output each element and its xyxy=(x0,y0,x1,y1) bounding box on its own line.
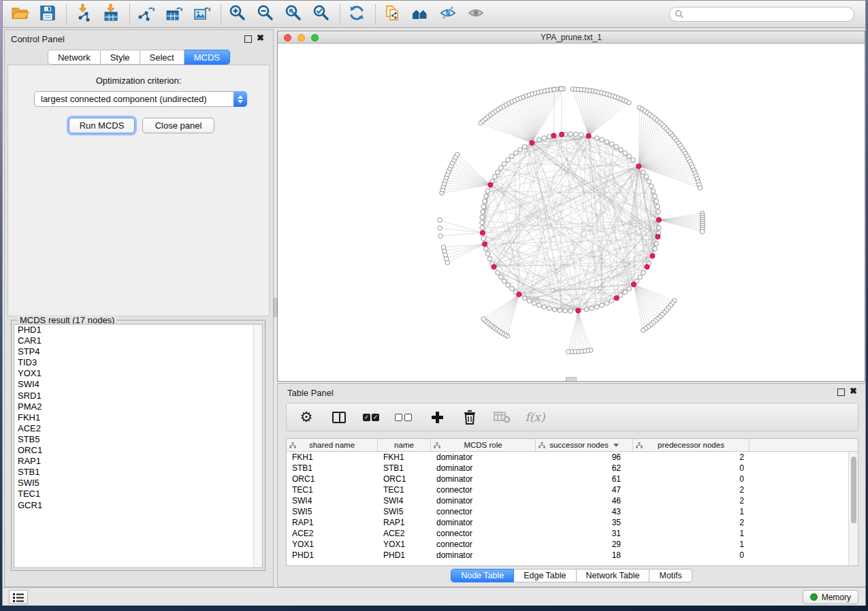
network-node[interactable] xyxy=(480,220,485,225)
export-table-button[interactable] xyxy=(164,4,184,24)
mcds-result-item[interactable]: GCR1 xyxy=(14,500,262,511)
network-node[interactable] xyxy=(700,229,705,234)
network-node[interactable] xyxy=(502,279,507,284)
network-node[interactable] xyxy=(552,87,557,92)
table-row[interactable]: TEC1TEC1connector472 xyxy=(287,484,858,495)
network-hub-node[interactable] xyxy=(551,133,556,138)
network-node[interactable] xyxy=(623,150,628,155)
network-hub-node[interactable] xyxy=(560,132,564,137)
mcds-result-item[interactable]: PMA2 xyxy=(14,401,262,412)
network-hub-node[interactable] xyxy=(480,231,485,235)
network-node[interactable] xyxy=(496,271,500,276)
table-row[interactable]: SWI4SWI4dominator462 xyxy=(287,495,858,506)
network-node[interactable] xyxy=(496,170,500,175)
network-node[interactable] xyxy=(532,301,536,306)
network-node[interactable] xyxy=(631,158,636,163)
network-node[interactable] xyxy=(485,252,490,257)
mcds-result-item[interactable]: TID3 xyxy=(14,357,262,368)
network-node[interactable] xyxy=(527,299,532,303)
network-node[interactable] xyxy=(455,152,460,157)
network-node[interactable] xyxy=(698,186,703,191)
search-box[interactable] xyxy=(669,7,854,22)
export-network-button[interactable] xyxy=(136,4,157,24)
network-node[interactable] xyxy=(537,137,542,142)
network-node[interactable] xyxy=(568,309,573,314)
network-node[interactable] xyxy=(518,148,523,152)
network-hub-node[interactable] xyxy=(637,164,641,169)
column-header-MCDS-role[interactable]: MCDS role xyxy=(431,439,536,451)
network-node[interactable] xyxy=(485,189,490,194)
mcds-result-item[interactable]: YOX1 xyxy=(14,368,262,379)
zoom-fit-button[interactable] xyxy=(283,4,304,24)
network-canvas[interactable] xyxy=(278,44,865,381)
network-node[interactable] xyxy=(623,290,628,295)
network-splitter-handle[interactable] xyxy=(566,377,577,381)
column-header-shared-name[interactable]: shared name xyxy=(287,439,378,451)
column-header-name[interactable]: name xyxy=(378,439,431,451)
columns-button[interactable] xyxy=(330,408,348,426)
network-node[interactable] xyxy=(438,226,443,231)
network-node[interactable] xyxy=(542,136,547,141)
mcds-result-item[interactable]: STP4 xyxy=(14,346,262,357)
tab-network-table[interactable]: Network Table xyxy=(577,569,650,582)
delete-row-button[interactable] xyxy=(461,408,479,426)
close-panel-icon[interactable]: ✖ xyxy=(257,33,264,44)
network-node[interactable] xyxy=(651,189,656,194)
tab-node-table[interactable]: Node Table xyxy=(451,569,514,582)
network-node[interactable] xyxy=(653,246,658,251)
table-scrollbar[interactable] xyxy=(848,452,858,565)
mcds-result-item[interactable]: PHD1 xyxy=(14,325,262,335)
close-panel-button[interactable]: Close panel xyxy=(142,118,214,133)
select-all-button[interactable]: ✓✓ xyxy=(363,408,381,426)
mcds-result-item[interactable]: STB5 xyxy=(14,434,262,445)
network-node[interactable] xyxy=(657,226,662,231)
show-all-button[interactable] xyxy=(466,4,486,24)
network-node[interactable] xyxy=(480,215,485,220)
network-hub-node[interactable] xyxy=(650,254,655,259)
search-input[interactable] xyxy=(684,10,854,19)
network-node[interactable] xyxy=(537,303,542,308)
zoom-selected-button[interactable] xyxy=(311,4,332,24)
network-node[interactable] xyxy=(627,154,632,159)
network-node[interactable] xyxy=(481,210,485,214)
tab-select[interactable]: Select xyxy=(140,50,184,65)
table-row[interactable]: ACE2ACE2connector311 xyxy=(287,528,858,539)
mcds-result-item[interactable]: SWI4 xyxy=(14,379,262,390)
table-row[interactable]: STB1STB1dominator620 xyxy=(287,463,858,474)
network-node[interactable] xyxy=(558,308,562,313)
network-node[interactable] xyxy=(510,154,515,159)
network-node[interactable] xyxy=(563,309,568,314)
tab-style[interactable]: Style xyxy=(101,50,140,65)
network-node[interactable] xyxy=(522,144,527,149)
memory-button[interactable]: Memory xyxy=(803,590,858,604)
network-node[interactable] xyxy=(484,194,489,199)
clone-network-button[interactable] xyxy=(382,4,402,24)
mcds-result-item[interactable]: RAP1 xyxy=(14,456,262,467)
network-node[interactable] xyxy=(481,236,486,241)
network-node[interactable] xyxy=(438,234,443,239)
network-hub-node[interactable] xyxy=(576,308,581,313)
network-node[interactable] xyxy=(547,306,552,311)
network-node[interactable] xyxy=(641,328,646,333)
network-node[interactable] xyxy=(594,136,599,141)
network-hub-node[interactable] xyxy=(631,282,636,286)
mcds-result-item[interactable]: FKH1 xyxy=(14,412,262,423)
mcds-result-item[interactable]: ACE2 xyxy=(14,423,262,434)
table-scrollbar-thumb[interactable] xyxy=(851,457,856,523)
network-hub-node[interactable] xyxy=(492,265,496,269)
network-hub-node[interactable] xyxy=(482,242,487,246)
network-node[interactable] xyxy=(638,275,643,280)
network-node[interactable] xyxy=(506,283,511,288)
network-node[interactable] xyxy=(609,142,614,147)
network-node[interactable] xyxy=(574,132,579,137)
tab-edge-table[interactable]: Edge Table xyxy=(514,569,576,582)
network-node[interactable] xyxy=(627,101,632,105)
mcds-result-item[interactable]: SRD1 xyxy=(14,391,262,401)
network-node[interactable] xyxy=(649,184,654,188)
network-node[interactable] xyxy=(600,303,605,308)
table-row[interactable]: SWI5SWI5connector431 xyxy=(287,506,858,517)
import-table-button[interactable] xyxy=(101,4,121,24)
table-row[interactable]: YOX1YOX1connector291 xyxy=(287,539,858,550)
zoom-in-button[interactable] xyxy=(227,4,248,24)
open-file-button[interactable] xyxy=(10,4,30,24)
